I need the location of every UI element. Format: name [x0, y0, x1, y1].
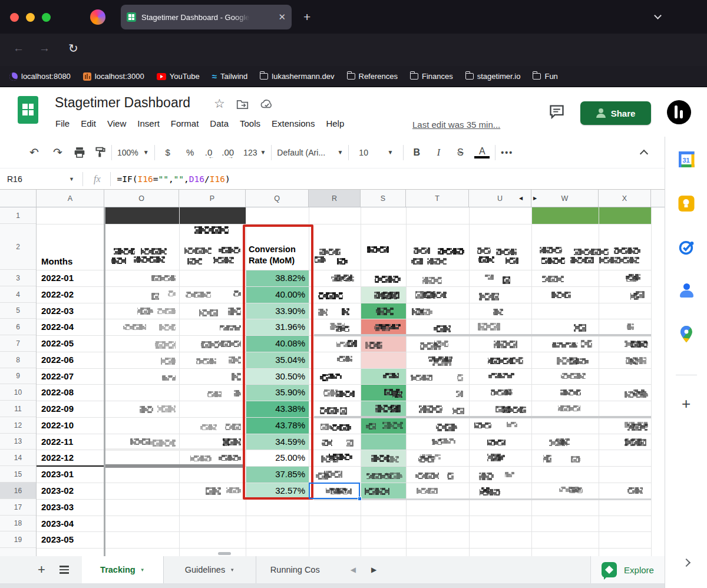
hidden-columns-left-icon[interactable]: ◀: [519, 190, 523, 207]
bookmark-item[interactable]: stagetimer.io: [465, 72, 521, 81]
bookmark-item[interactable]: Finances: [410, 72, 453, 81]
menu-edit[interactable]: Edit: [81, 118, 96, 128]
column-header-R[interactable]: R: [309, 190, 361, 207]
text-color-button[interactable]: A: [474, 146, 490, 158]
contacts-icon[interactable]: [678, 283, 695, 299]
month-cell[interactable]: 2022-08: [41, 384, 74, 401]
month-cell[interactable]: 2022-11: [41, 434, 73, 450]
menu-data[interactable]: Data: [210, 118, 229, 128]
document-title[interactable]: Stagetimer Dashboard: [55, 95, 190, 111]
month-cell[interactable]: 2022-10: [41, 417, 74, 434]
column-header-A[interactable]: A: [37, 190, 104, 207]
move-to-folder-icon[interactable]: [236, 99, 249, 110]
sheet-tab-menu-chevron-icon[interactable]: ▼: [230, 567, 234, 573]
new-tab-button[interactable]: +: [303, 10, 310, 24]
month-cell[interactable]: 2022-06: [41, 352, 74, 368]
scrollbar-thumb[interactable]: [218, 552, 231, 555]
row-header-1[interactable]: 1: [0, 207, 36, 224]
back-icon[interactable]: ←: [13, 42, 24, 55]
scroll-tabs-left-icon[interactable]: ◀: [351, 566, 356, 574]
spreadsheet-grid[interactable]: MonthsConversion Rate (MoM)2022-0138.82%…: [0, 190, 665, 556]
month-cell[interactable]: 2022-02: [41, 286, 74, 303]
increase-decimals-button[interactable]: .00→: [222, 147, 234, 157]
column-header-O[interactable]: O: [104, 190, 179, 207]
decrease-decimals-button[interactable]: .0←: [205, 147, 213, 157]
month-cell[interactable]: 2023-01: [41, 466, 74, 483]
column-header-P[interactable]: P: [179, 190, 246, 207]
month-cell[interactable]: 2022-05: [41, 335, 74, 352]
selected-cell-outline[interactable]: [309, 483, 360, 499]
sheet-tab-tracking[interactable]: Tracking▼: [82, 556, 163, 583]
bookmark-item[interactable]: Fun: [533, 72, 557, 81]
row-header-5[interactable]: 5: [0, 303, 36, 319]
row-header-11[interactable]: 11: [0, 401, 36, 417]
month-cell[interactable]: 2023-05: [41, 531, 74, 548]
months-header-cell[interactable]: Months: [41, 253, 72, 270]
column-header-X[interactable]: X: [599, 190, 651, 207]
selection-fill-handle[interactable]: [358, 497, 362, 501]
row-header-15[interactable]: 15: [0, 466, 36, 483]
redo-icon[interactable]: ↷: [50, 146, 65, 159]
strikethrough-button[interactable]: S: [452, 147, 468, 158]
corner-cell[interactable]: [0, 190, 37, 207]
tab-list-chevron-icon[interactable]: [654, 12, 662, 19]
column-header-T[interactable]: T: [406, 190, 469, 207]
month-cell[interactable]: 2022-04: [41, 319, 74, 335]
row-header-17[interactable]: 17: [0, 499, 36, 516]
month-cell[interactable]: 2022-07: [41, 368, 74, 384]
font-select[interactable]: Default (Ari...▼: [277, 148, 343, 157]
print-icon[interactable]: [74, 147, 85, 158]
bookmark-item[interactable]: ≈Tailwind: [212, 72, 247, 81]
add-panel-app-icon[interactable]: +: [682, 395, 691, 413]
format-currency-button[interactable]: $: [160, 147, 176, 157]
bookmark-item[interactable]: lukashermann.dev: [260, 72, 334, 81]
reload-icon[interactable]: ↻: [68, 41, 78, 55]
close-window-button[interactable]: [10, 13, 19, 22]
comment-icon[interactable]: [549, 104, 565, 119]
month-cell[interactable]: 2023-04: [41, 516, 74, 531]
row-header-18[interactable]: 18: [0, 516, 36, 531]
font-size-select[interactable]: 10▼: [354, 148, 398, 157]
all-sheets-icon[interactable]: [60, 564, 69, 576]
row-header-10[interactable]: 10: [0, 384, 36, 401]
browser-tab[interactable]: Stagetimer Dashboard - Google ✕: [121, 5, 292, 29]
month-cell[interactable]: 2023-02: [41, 483, 74, 499]
account-avatar[interactable]: [667, 100, 691, 124]
month-cell[interactable]: 2022-03: [41, 303, 74, 319]
row-header-19[interactable]: 19: [0, 531, 36, 548]
column-header-S[interactable]: S: [361, 190, 406, 207]
zoom-window-button[interactable]: [42, 13, 51, 22]
tab-close-icon[interactable]: ✕: [278, 12, 286, 22]
keep-icon[interactable]: [678, 196, 694, 212]
bookmark-item[interactable]: localhost:8080: [9, 72, 71, 81]
collapse-panel-chevron-icon[interactable]: [682, 559, 690, 567]
explore-button[interactable]: Explore: [590, 556, 665, 583]
row-header-16[interactable]: 16: [0, 483, 36, 499]
scroll-tabs-right-icon[interactable]: ▶: [371, 566, 376, 574]
undo-icon[interactable]: ↶: [27, 146, 42, 159]
menu-extensions[interactable]: Extensions: [272, 118, 315, 128]
minimize-window-button[interactable]: [26, 13, 35, 22]
sheet-tab-menu-chevron-icon[interactable]: ▼: [140, 567, 145, 573]
forward-icon[interactable]: →: [39, 42, 50, 55]
row-header-14[interactable]: 14: [0, 450, 36, 466]
menu-view[interactable]: View: [107, 118, 126, 128]
italic-button[interactable]: I: [431, 147, 446, 158]
tasks-icon[interactable]: [678, 239, 695, 256]
collapse-toolbar-icon[interactable]: [641, 148, 647, 157]
firefox-icon[interactable]: [90, 9, 105, 25]
paint-format-icon[interactable]: [95, 147, 106, 158]
sheet-tab-guidelines[interactable]: Guidelines▼: [163, 556, 256, 583]
row-header-4[interactable]: 4: [0, 286, 36, 303]
add-sheet-button[interactable]: +: [38, 562, 45, 577]
row-header-12[interactable]: 12: [0, 417, 36, 434]
column-header-Q[interactable]: Q: [246, 190, 309, 207]
menu-format[interactable]: Format: [171, 118, 199, 128]
menu-insert[interactable]: Insert: [137, 118, 160, 128]
month-cell[interactable]: 2022-09: [41, 401, 74, 417]
row-header-6[interactable]: 6: [0, 319, 36, 335]
formula-input[interactable]: =IF(I16="","",D16/I16): [117, 174, 230, 184]
hidden-columns-right-icon[interactable]: ▶: [533, 190, 537, 207]
month-cell[interactable]: 2022-01: [41, 270, 74, 286]
row-header-13[interactable]: 13: [0, 434, 36, 450]
